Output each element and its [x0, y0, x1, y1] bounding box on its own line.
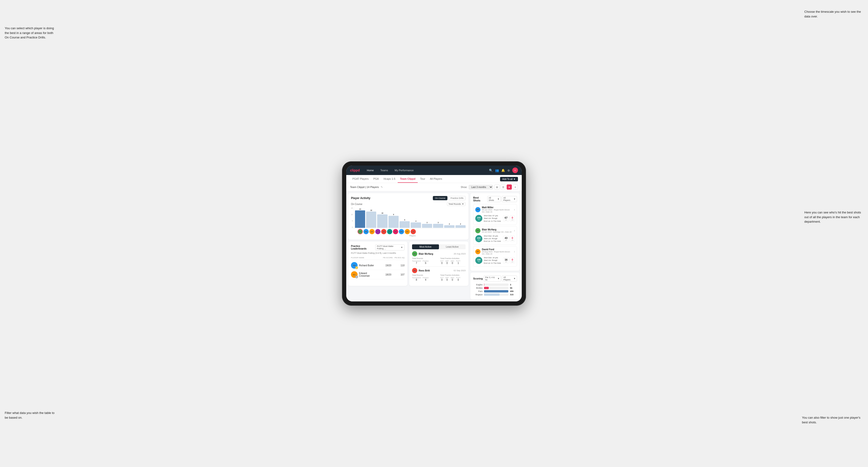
- shot-1-avatar: MM: [475, 207, 480, 212]
- eagles-label: Eagles: [473, 283, 483, 286]
- sub-nav-hcaps[interactable]: Hcaps 1-5: [381, 175, 398, 183]
- scoring-card: Scoring Par 3, 4 & 5s ▼ All Players ▼ Ea…: [470, 273, 520, 300]
- users-icon[interactable]: 👥: [495, 168, 499, 172]
- bar-2: [377, 214, 387, 228]
- player-avg-2: 107: [393, 273, 404, 276]
- avatar-6: RB: [393, 229, 398, 234]
- rounds-sub-1: Tournament 7 Practice 6: [412, 260, 437, 264]
- bar-group-4: 5: [400, 207, 410, 228]
- shot-2-details: 200 SG Shot Dist: 43 ydsStart Lie: Rough…: [475, 235, 515, 243]
- player-name-1: Richard Butler: [359, 264, 378, 267]
- bar-1: [366, 212, 376, 228]
- shot-1-name: Matt Miller: [482, 206, 513, 209]
- shot-1-yds: 67 yds 0 yds: [503, 215, 515, 221]
- nav-home[interactable]: Home: [365, 168, 375, 173]
- shot-1-info: Matt Miller 09 Jun 2023 · Royal North De…: [482, 206, 513, 213]
- bar-group-3: 9: [389, 207, 399, 228]
- show-filter: Show: Last 3 months Last 6 months Last 1…: [461, 184, 518, 190]
- bar-label-2: 10: [381, 212, 383, 214]
- sub-nav-pgat[interactable]: PGAT Players: [350, 175, 371, 183]
- time-filter-select[interactable]: Last 3 months Last 6 months Last 12 mont…: [469, 185, 493, 189]
- annotation-top-right: Choose the timescale you wish to see the…: [804, 9, 863, 19]
- shot-item-3: DF David Ford 24 Aug 2023 · Royal North …: [473, 246, 517, 267]
- settings-view-btn[interactable]: ≡: [513, 184, 518, 190]
- sub-nav-right: Add To all ▼: [500, 177, 518, 181]
- show-label: Show:: [461, 186, 467, 188]
- left-panel: Player Activity On Course Practice Drill…: [348, 193, 468, 300]
- nav-teams[interactable]: Teams: [379, 168, 390, 173]
- total-practice-label-2: Total Practice Activities: [440, 274, 466, 276]
- sub-nav-pga[interactable]: PGA: [371, 175, 381, 183]
- putt-stat-2: PUTT 0: [456, 277, 460, 281]
- shot-3-yds2: 0 yds: [510, 257, 515, 263]
- shots-players-dropdown[interactable]: All Players ▼: [502, 196, 517, 202]
- list-view-btn[interactable]: ☰: [500, 184, 506, 190]
- sub-nav-tour[interactable]: Tour: [418, 175, 427, 183]
- nav-my-performance[interactable]: My Performance: [393, 168, 415, 173]
- total-rounds-label-2: Total Rounds: [412, 274, 437, 276]
- shot-1-badge: 200 SG: [475, 215, 483, 222]
- plus-circle-icon[interactable]: ⊕: [507, 168, 510, 172]
- shot-1-sub: 09 Jun 2023 · Royal North Devon GC, Hole…: [482, 209, 513, 213]
- eagles-bar-wrap: [484, 283, 508, 286]
- edit-icon[interactable]: ✎: [381, 186, 383, 189]
- active-tabs: Most Active Least Active: [412, 244, 466, 249]
- scoring-filter-dropdown[interactable]: Par 3, 4 & 5s ▼: [484, 276, 501, 282]
- tournament-stat-1: Tournament 7: [412, 260, 421, 264]
- scoring-title: Scoring: [473, 277, 483, 280]
- grid-view-btn[interactable]: ⊞: [494, 184, 500, 190]
- bar-group-2: 10: [377, 207, 387, 228]
- practice-drills-toggle[interactable]: Practice Drills: [448, 196, 466, 200]
- shot-1-player-header: MM Matt Miller 09 Jun 2023 · Royal North…: [475, 206, 515, 213]
- bogeys-bar-wrap: [484, 293, 508, 296]
- most-active-tab[interactable]: Most Active: [412, 244, 439, 249]
- shot-3-badge: 198 SG: [475, 257, 483, 264]
- drill-select-dropdown[interactable]: PUTT Must Make Putting ... ▼: [375, 244, 404, 250]
- shot-1-chevron[interactable]: ›: [514, 208, 515, 211]
- sub-navigation: PGAT Players PGA Hcaps 1-5 Team Clippd T…: [346, 175, 522, 183]
- shot-2-avatar: BM: [475, 228, 480, 233]
- active-stats-grid-2: Total Rounds Tournament 8 Practice: [412, 274, 466, 281]
- least-active-tab[interactable]: Least Active: [439, 244, 466, 249]
- scoring-players-dropdown[interactable]: All Players ▼: [502, 276, 517, 282]
- bar-7: [433, 224, 443, 228]
- shot-3-details: 198 SG Shot Dist: 16 ydsStart Lie: Rough…: [475, 256, 515, 264]
- shot-3-sub: 24 Aug 2023 · Royal North Devon GC, Hole…: [482, 251, 513, 255]
- bars-wrapper: 13 12 10 9 5 4 3 3 2 2: [354, 207, 466, 228]
- bar-label-6: 3: [427, 222, 427, 223]
- chart-section: On Course Total Rounds ▼ 15 10 5: [351, 202, 466, 237]
- chart-filter-dropdown[interactable]: Total Rounds ▼: [447, 202, 466, 206]
- shot-3-chevron[interactable]: ›: [514, 250, 515, 253]
- add-to-all-button[interactable]: Add To all ▼: [500, 177, 518, 181]
- bar-label-0: 13: [359, 208, 361, 210]
- avatar-0: BM: [358, 229, 363, 234]
- practice-sub-1: GTT 0 APP 0 ARG: [440, 260, 466, 264]
- shot-2-chevron[interactable]: ›: [514, 229, 515, 232]
- user-avatar[interactable]: U: [512, 167, 518, 173]
- bar-8: [444, 225, 454, 228]
- view-icons: ⊞ ☰ ♥ ≡: [494, 184, 518, 190]
- avatars-row: BMRBDFJCEEGBRBMMECLR: [351, 228, 466, 234]
- search-icon[interactable]: 🔍: [489, 168, 493, 172]
- avatar-3: JC: [375, 229, 380, 234]
- avatar-8: EC: [405, 229, 410, 234]
- shot-item-2: BM Blair McHarg 23 Jul 2023 · Ashridge G…: [473, 226, 517, 245]
- bell-icon[interactable]: 🔔: [501, 168, 505, 172]
- sub-nav-all-players[interactable]: All Players: [428, 175, 445, 183]
- bar-label-3: 9: [393, 214, 394, 215]
- heart-view-btn[interactable]: ♥: [507, 184, 512, 190]
- eagles-bar: [484, 283, 484, 286]
- top-navigation: clippd Home Teams My Performance 🔍 👥 🔔 ⊕…: [346, 165, 522, 175]
- gtt-stat-1: GTT 0: [440, 260, 444, 264]
- scoring-bar-birdies: Birdies 96: [473, 287, 517, 289]
- y-label-10: 10: [351, 214, 353, 215]
- active-player-date-2: 02 Sep 2023: [454, 269, 466, 272]
- shot-3-yds: 16 yds 0 yds: [503, 257, 515, 263]
- shots-filter-dropdown[interactable]: All Shots ▼: [487, 196, 501, 202]
- total-rounds-group-2: Total Rounds Tournament 8 Practice: [412, 274, 437, 281]
- sub-nav-team-clippd[interactable]: Team Clippd: [398, 175, 418, 183]
- active-stats-grid-1: Total Rounds Tournament 7 Practice: [412, 257, 466, 264]
- scoring-bars: Eagles 3 Birdies 96: [473, 283, 517, 296]
- scoring-bar-bogeys: Bogeys 315: [473, 293, 517, 296]
- on-course-toggle[interactable]: On Course: [433, 196, 447, 200]
